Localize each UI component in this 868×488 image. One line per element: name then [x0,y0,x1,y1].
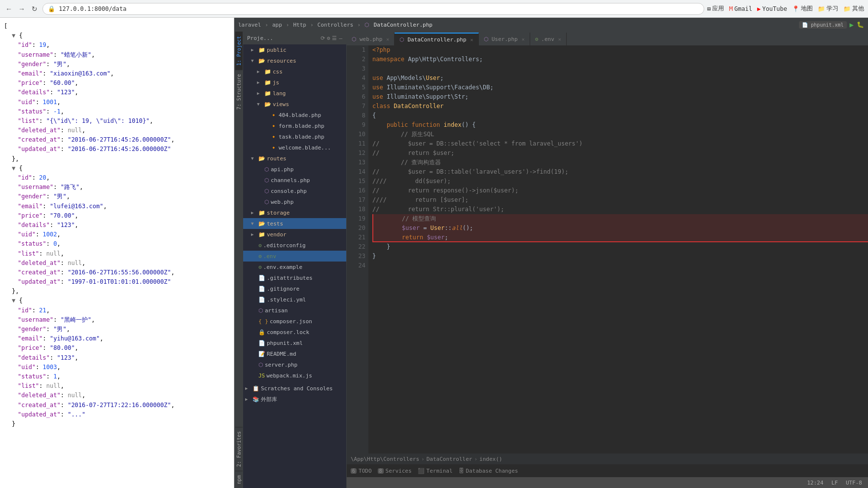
tree-item-gitignore[interactable]: 📄 .gitignore [243,283,346,294]
bookmark-other[interactable]: 📁 其他 [843,4,864,13]
tree-item-gitattributes[interactable]: 📄 .gitattributes [243,272,346,283]
reload-button[interactable]: ↻ [30,4,39,14]
tree-item-readme[interactable]: 📝 README.md [243,348,346,359]
bc-index[interactable]: index() [479,456,502,462]
blade-file-icon-4: 🔸 [270,145,277,151]
tab-env[interactable]: ⚙ .env ✕ [530,33,567,45]
browser-panel: [ ▼ { "id": 19, "username": "蜡笔小新", "gen… [0,18,234,488]
address-bar[interactable]: 🔒 127.0.0.1:8000/data [42,3,704,15]
code-content[interactable]: <?php namespace App\Http\Controllers; us… [368,45,868,453]
tree-item-js[interactable]: ▶ 📁 js [243,77,346,88]
bottom-tab-services[interactable]: 8 Services [378,465,412,478]
tree-item-task[interactable]: 🔸 task.blade.php [243,131,346,142]
minimize-icon[interactable]: — [339,35,342,41]
styleci-icon: 📄 [258,297,265,303]
breadcrumb-laravel[interactable]: laravel [238,22,261,28]
tab-web-php[interactable]: ⬡ web.php ✕ [347,33,395,45]
tree-item-webpack[interactable]: JS webpack.mix.js [243,370,346,381]
bottom-tab-db-changes[interactable]: 🗄 Database Changes [459,465,518,478]
bookmark-apps[interactable]: ⊞ 应用 [707,4,724,13]
tree-item-views[interactable]: ▼ 📂 views [243,99,346,110]
routes-folder-icon: 📂 [258,155,265,162]
code-line-10: // 原生SQL [372,130,868,139]
tab-datacontroller[interactable]: ⬡ DataController.php ✕ [395,33,478,45]
phpunit-badge[interactable]: 📄 phpunit.xml [799,21,846,29]
forward-button[interactable]: → [17,4,27,14]
close-tab-4[interactable]: ✕ [558,37,561,42]
php-icon-1: ⬡ [352,36,357,42]
sync-icon[interactable]: ⟳ [321,35,325,41]
bottom-tab-terminal[interactable]: ⬛ Terminal [418,465,453,478]
tree-item-web[interactable]: ⬡ web.php [243,196,346,207]
collapse-arrow-2[interactable]: ▼ [12,165,15,172]
tree-item-console[interactable]: ⬡ console.php [243,186,346,196]
server-icon: ⬡ [258,362,263,368]
tree-item-404[interactable]: 🔸 404.blade.php [243,110,346,120]
line-num-12: 12 [347,149,365,158]
tree-item-server[interactable]: ⬡ server.php [243,359,346,370]
tree-item-storage[interactable]: ▶ 📁 storage [243,207,346,218]
back-button[interactable]: ← [4,4,14,14]
code-line-20: $user = User::all(); [372,224,868,233]
breadcrumb-app[interactable]: app [272,22,282,28]
code-line-8: { [372,111,868,120]
tree-item-vendor[interactable]: ▶ 📁 vendor [243,229,346,240]
bottom-tab-todo[interactable]: 6 TODO [351,465,372,478]
collapse-arrow-1[interactable]: ▼ [12,32,15,39]
tree-item-channels[interactable]: ⬡ channels.php [243,175,346,186]
left-tab-project[interactable]: 1: Project [235,32,243,70]
tree-item-css[interactable]: ▶ 📁 css [243,66,346,77]
tree-item-editorconfig[interactable]: ⚙ .editorconfig [243,240,346,251]
code-line-4: use App\Models\User; [372,74,868,83]
close-tab-1[interactable]: ✕ [386,37,389,42]
line-num-8: 8 [347,111,365,120]
tree-item-lang[interactable]: ▶ 📁 lang [243,88,346,99]
left-tab-favorites[interactable]: 2: Favorites [235,427,243,471]
tree-item-routes[interactable]: ▼ 📂 routes [243,153,346,164]
tab-user-php[interactable]: ⬡ User.php ✕ [479,33,530,45]
tree-item-phpunit-xml[interactable]: 📄 phpunit.xml [243,338,346,348]
bc-datacontroller[interactable]: DataController [427,456,472,462]
tree-item-api[interactable]: ⬡ api.php [243,164,346,175]
tree-item-public[interactable]: ▶ 📁 public [243,44,346,55]
tree-item-composer-lock[interactable]: 🔒 composer.lock [243,327,346,338]
bookmark-youtube[interactable]: ▶ YouTube [757,5,787,12]
webpack-icon: JS [258,373,265,379]
bookmark-maps[interactable]: 📍 地图 [792,4,813,13]
tree-item-artisan[interactable]: ⬡ artisan [243,305,346,316]
browser-bar: ← → ↻ 🔒 127.0.0.1:8000/data ⊞ 应用 M Gmail… [0,0,868,18]
breadcrumb-file[interactable]: ⬡ DataController.php [364,22,433,28]
bookmark-study[interactable]: 📁 学习 [818,4,838,13]
tree-item-env[interactable]: ⚙ .env [243,251,346,262]
code-line-12: // return $user; [372,149,868,158]
close-tab-3[interactable]: ✕ [522,37,525,42]
tree-item-form[interactable]: 🔸 form.blade.php [243,120,346,131]
debug-button[interactable]: 🐛 [857,21,864,28]
breadcrumb-controllers[interactable]: Controllers [318,22,354,28]
run-button[interactable]: ▶ [850,21,854,29]
tree-item-scratches[interactable]: ▶ 📋 Scratches and Consoles [243,383,346,394]
line-ending: LF [832,480,838,486]
tree-item-composer-json[interactable]: { } composer.json [243,316,346,327]
gear-icon[interactable]: ⚙ [327,35,330,41]
tree-item-tests[interactable]: ▼ 📂 tests [243,218,346,229]
line-num-24: 24 [347,261,365,270]
youtube-icon: ▶ [757,5,760,12]
tree-item-welcome[interactable]: 🔸 welcome.blade... [243,142,346,153]
code-editor[interactable]: 1 2 3 4 5 6 7 8 9 10 11 12 13 14 [347,45,868,453]
collapse-arrow-3[interactable]: ▼ [12,297,15,304]
bookmark-gmail[interactable]: M Gmail [729,5,752,12]
settings-icon[interactable]: ☰ [332,35,337,41]
close-tab-2[interactable]: ✕ [470,37,473,42]
breadcrumb-http[interactable]: Http [293,22,306,28]
code-line-11: // $user = DB::select('select * from lar… [372,139,868,149]
tree-item-external[interactable]: ▶ 📚 外部库 [243,394,346,405]
line-num-15: 15 [347,177,365,186]
left-tab-structure[interactable]: 7: Structure [235,70,243,113]
tree-item-styleci[interactable]: 📄 .styleci.yml [243,294,346,305]
tree-item-resources[interactable]: ▼ 📂 resources [243,55,346,66]
readme-icon: 📝 [258,351,265,357]
tree-item-env-example[interactable]: ⚙ .env.example [243,262,346,272]
bc-controllers[interactable]: \App\Http\Controllers [351,456,419,462]
left-tab-npm[interactable]: npm [235,471,243,488]
